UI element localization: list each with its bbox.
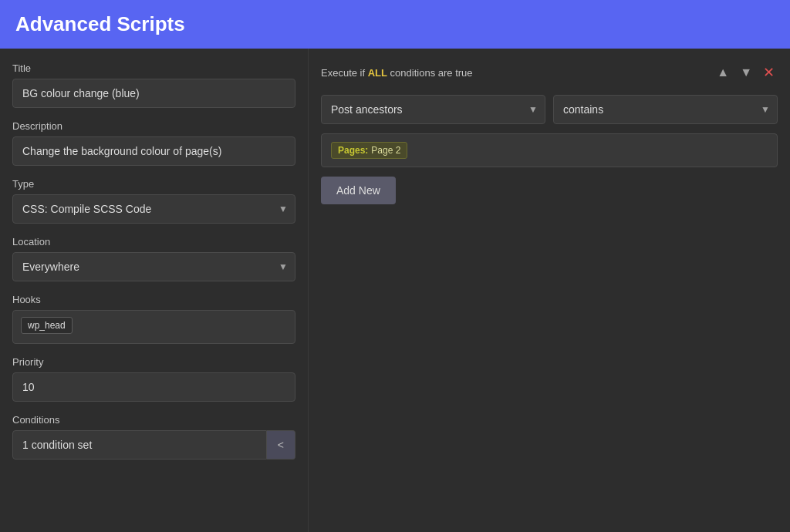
main-content: Title Description Type CSS: Compile SCSS… xyxy=(0,49,790,532)
condition-dropdowns-row: Post ancestors Post type Page template U… xyxy=(321,95,778,124)
title-group: Title xyxy=(12,62,295,108)
execute-all-text: ALL xyxy=(368,67,387,79)
hook-tag[interactable]: wp_head xyxy=(21,317,73,334)
type-select-wrapper: CSS: Compile SCSS Code JavaScript PHP ▼ xyxy=(12,194,295,224)
remove-condition-button[interactable]: ✕ xyxy=(760,62,778,82)
condition-type-wrapper: Post ancestors Post type Page template U… xyxy=(321,95,545,124)
location-group: Location Everywhere Frontend only Admin … xyxy=(12,236,295,281)
title-input[interactable] xyxy=(12,79,295,108)
priority-input[interactable] xyxy=(12,372,295,402)
description-input[interactable] xyxy=(12,136,295,166)
condition-value-container[interactable]: Pages: Page 2 xyxy=(321,133,778,167)
location-select-wrapper: Everywhere Frontend only Admin only ▼ xyxy=(12,252,295,281)
move-up-button[interactable]: ▲ xyxy=(714,64,732,81)
condition-operator-select[interactable]: contains does not contain equals starts … xyxy=(553,95,778,124)
condition-type-select[interactable]: Post ancestors Post type Page template U… xyxy=(321,95,545,124)
value-tag-value: Page 2 xyxy=(371,145,400,156)
value-tag[interactable]: Pages: Page 2 xyxy=(331,142,407,159)
move-down-button[interactable]: ▼ xyxy=(737,64,755,81)
type-label: Type xyxy=(12,178,295,190)
execute-header: Execute if ALL conditions are true ▲ ▼ ✕ xyxy=(321,62,778,82)
add-new-button[interactable]: Add New xyxy=(321,177,396,204)
conditions-toggle-button[interactable]: < xyxy=(267,430,295,460)
hooks-label: Hooks xyxy=(12,294,295,305)
conditions-input[interactable] xyxy=(12,430,267,460)
priority-group: Priority xyxy=(12,356,295,402)
location-select[interactable]: Everywhere Frontend only Admin only xyxy=(12,252,295,281)
type-group: Type CSS: Compile SCSS Code JavaScript P… xyxy=(12,178,295,224)
execute-label: Execute if ALL conditions are true xyxy=(321,67,473,79)
condition-operator-wrapper: contains does not contain equals starts … xyxy=(553,95,778,124)
description-label: Description xyxy=(12,120,295,132)
type-select[interactable]: CSS: Compile SCSS Code JavaScript PHP xyxy=(12,194,295,224)
priority-label: Priority xyxy=(12,356,295,368)
conditions-label: Conditions xyxy=(12,414,295,426)
left-panel: Title Description Type CSS: Compile SCSS… xyxy=(0,49,309,532)
value-tag-key: Pages: xyxy=(338,145,368,156)
execute-actions: ▲ ▼ ✕ xyxy=(714,62,778,82)
right-panel: Execute if ALL conditions are true ▲ ▼ ✕… xyxy=(309,49,790,532)
execute-text-prefix: Execute if xyxy=(321,67,368,79)
execute-text-suffix: conditions are true xyxy=(387,67,473,79)
conditions-row: < xyxy=(12,430,295,460)
hooks-container[interactable]: wp_head xyxy=(12,310,295,344)
app-title: Advanced Scripts xyxy=(15,12,185,36)
description-group: Description xyxy=(12,120,295,166)
app-header: Advanced Scripts xyxy=(0,0,790,49)
title-label: Title xyxy=(12,62,295,74)
hooks-group: Hooks wp_head xyxy=(12,294,295,344)
location-label: Location xyxy=(12,236,295,247)
conditions-group: Conditions < xyxy=(12,414,295,460)
